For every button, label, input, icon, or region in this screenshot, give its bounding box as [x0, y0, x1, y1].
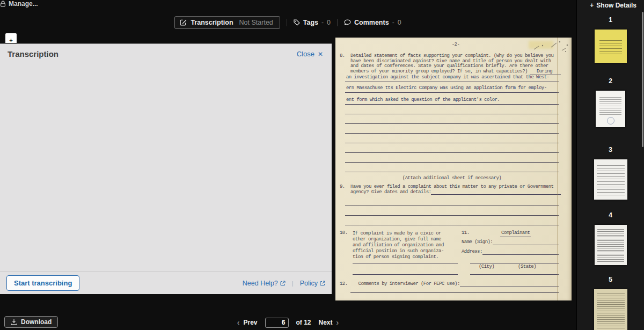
thumbnail-image[interactable]: [594, 289, 627, 330]
thumbnail-sidebar: + Show Details 1 2 3 4 5: [576, 0, 644, 330]
form-text-line: Comments by interviewer (For FEPC use):: [358, 282, 460, 287]
thumbnail-image[interactable]: [595, 30, 627, 63]
blank-rule: [345, 215, 559, 216]
blank-rule: [345, 143, 559, 143]
tags-tab-button[interactable]: Tags - 0: [294, 19, 331, 26]
blank-rule: [345, 133, 559, 134]
plus-icon: +: [590, 2, 594, 9]
chevron-right-icon: ›: [336, 318, 339, 327]
prev-button[interactable]: ‹ Prev: [237, 318, 258, 327]
typed-answer-line: ern Massachuse tts Electirc Company was …: [345, 86, 559, 93]
item-number: 10.: [340, 231, 348, 236]
blank-rule: [431, 190, 561, 195]
paper-fold-line: [557, 38, 558, 300]
chevron-left-icon: ‹: [237, 318, 240, 327]
thumbnail-number: 2: [577, 77, 644, 85]
transcription-status: Not Started: [239, 19, 273, 26]
document-page-number: -2-: [343, 42, 568, 48]
name-field-label: Name (Sign):: [462, 240, 493, 245]
document-item-12: 12. Comments by interviewer (For FEPC us…: [340, 282, 559, 287]
transcription-panel-header: Transcription Close ✕: [0, 44, 332, 62]
city-label: (City): [479, 265, 494, 270]
lock-icon: [0, 1, 6, 8]
form-text-line: other organization, give full name: [353, 237, 455, 243]
toolbar-divider: [287, 19, 287, 26]
policy-link[interactable]: Policy: [300, 280, 325, 287]
blank-rule: [345, 123, 559, 124]
thumbnail-page-5[interactable]: 5: [577, 276, 644, 330]
thumbnail-number: 4: [577, 211, 644, 219]
thumbnail-image[interactable]: [594, 159, 627, 200]
panel-title: Transcription: [8, 49, 58, 58]
form-text-line: official position in such organiza-: [353, 248, 455, 254]
attach-note: (Attach additional sheet if necessary): [345, 176, 559, 181]
blank-rule: [345, 114, 559, 114]
external-link-icon: [280, 281, 286, 286]
blank-rule: [470, 274, 559, 275]
tag-icon: [294, 19, 300, 26]
manage-label: Manage...: [9, 0, 38, 8]
address-field-label: Address:: [462, 250, 482, 255]
need-help-label: Need Help?: [243, 280, 278, 287]
comments-count: 0: [398, 19, 401, 26]
document-items-10-11: 10. If complaint is made by a civic or o…: [340, 231, 561, 284]
policy-label: Policy: [300, 280, 318, 287]
item-number: 8.: [340, 54, 345, 59]
pager: ‹ Prev of 12 Next ›: [0, 315, 576, 330]
thumbnail-image[interactable]: [595, 225, 627, 265]
prev-label: Prev: [243, 319, 257, 326]
blank-rule: [345, 162, 559, 163]
blank-rule: [353, 263, 458, 263]
links-divider: |: [292, 280, 294, 287]
thumbnail-scrollbar[interactable]: [642, 12, 643, 147]
thumbnail-page-4[interactable]: 4: [577, 211, 644, 267]
comments-label: Comments: [354, 19, 389, 26]
document-page-image[interactable]: -2- 8. Detailed statement of facts suppo…: [335, 38, 572, 300]
item-number: 11.: [462, 231, 470, 236]
transcription-tab-button[interactable]: Transcription Not Started: [174, 16, 280, 29]
transcription-tab-label: Transcription: [191, 19, 233, 26]
state-label: (State): [518, 265, 536, 270]
thumbnail-image[interactable]: [596, 91, 625, 127]
next-button[interactable]: Next ›: [319, 318, 339, 327]
comments-separator: -: [392, 19, 394, 26]
blank-rule: [460, 282, 559, 287]
external-link-icon: [320, 281, 325, 286]
comments-tab-button[interactable]: Comments - 0: [344, 19, 401, 26]
edit-icon: [180, 19, 187, 26]
zoom-in-button[interactable]: +: [5, 33, 17, 43]
show-details-label: Show Details: [596, 2, 636, 9]
form-text-line: If complaint is made by a civic or: [353, 231, 455, 237]
transcription-panel-body[interactable]: [0, 62, 332, 272]
complainant-heading: Complainant: [500, 231, 531, 237]
typed-answer-line: ent form which asked the question of the…: [345, 98, 559, 105]
blank-rule: [345, 152, 559, 153]
thumbnail-page-1[interactable]: 1: [577, 16, 644, 65]
blank-rule: [470, 263, 559, 263]
show-details-button[interactable]: + Show Details: [590, 1, 636, 10]
document-item-9: 9. Have you ever filed a complaint about…: [340, 185, 561, 195]
form-text-line: and affiliation of organization and: [353, 243, 455, 248]
start-transcribing-button[interactable]: Start transcribing: [6, 275, 79, 291]
tags-label: Tags: [303, 19, 318, 26]
manage-button[interactable]: Manage...: [0, 0, 38, 8]
close-panel-button[interactable]: Close ✕: [297, 50, 323, 58]
transcription-panel-footer: Start transcribing Need Help? | Policy: [0, 272, 332, 294]
toolbar: Transcription Not Started Tags - 0 Comme…: [0, 16, 576, 29]
next-label: Next: [319, 319, 333, 326]
blank-rule: [345, 206, 559, 206]
comment-bubble-icon: [344, 19, 351, 26]
blank-rule: [482, 250, 559, 255]
thumbnail-number: 5: [577, 276, 644, 283]
thumbnail-page-2[interactable]: 2: [577, 77, 644, 129]
page-count-label: of 12: [296, 319, 311, 326]
form-text-line: agency? Give dates and details:: [350, 190, 431, 195]
blank-rule: [345, 225, 559, 225]
thumbnail-page-3[interactable]: 3: [577, 146, 644, 202]
blank-rule: [493, 240, 559, 245]
close-label: Close: [297, 50, 314, 58]
blank-rule: [353, 274, 458, 275]
need-help-link[interactable]: Need Help?: [243, 280, 286, 287]
item-number: 12.: [340, 282, 348, 287]
page-number-input[interactable]: [265, 318, 289, 328]
